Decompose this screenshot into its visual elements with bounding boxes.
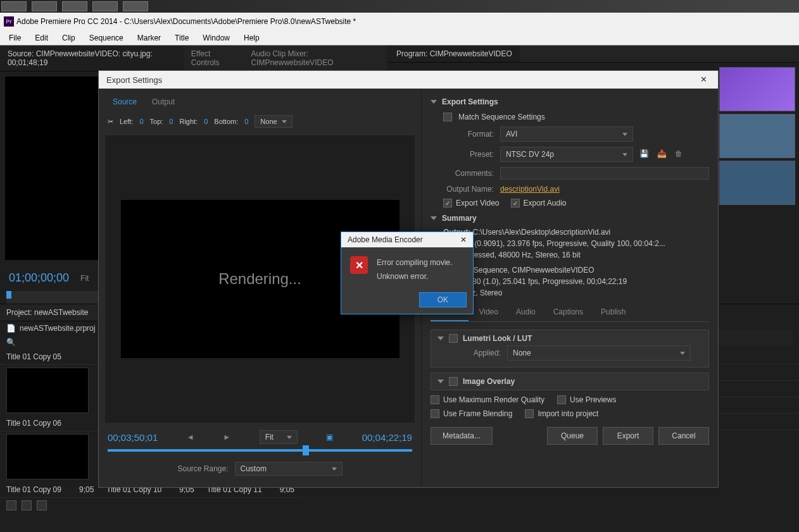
- cancel-button[interactable]: Cancel: [658, 427, 709, 445]
- export-out-timecode[interactable]: 00;04;22;19: [362, 432, 412, 443]
- overlay-checkbox[interactable]: [449, 377, 458, 386]
- delete-preset-icon[interactable]: 🗑: [675, 149, 686, 159]
- list-view-icon[interactable]: [6, 500, 16, 510]
- max-quality-checkbox[interactable]: [431, 395, 439, 404]
- step-fwd-icon[interactable]: ►: [223, 433, 230, 442]
- effect-controls-tab[interactable]: Effect Controls: [184, 46, 244, 71]
- twirl-icon[interactable]: [431, 100, 437, 104]
- window-titlebar: Pr Adobe Premiere Pro CC 2014 - C:\Users…: [0, 13, 799, 30]
- export-button[interactable]: Export: [603, 427, 653, 445]
- comments-input[interactable]: [500, 167, 709, 180]
- import-preset-icon[interactable]: 📥: [657, 149, 669, 159]
- error-dialog: Adobe Media Encoder ✕ ✕ Error compiling …: [341, 232, 474, 314]
- main-menubar: File Edit Clip Sequence Marker Title Win…: [0, 30, 799, 46]
- output-name-link[interactable]: descriptionVid.avi: [500, 185, 560, 194]
- format-value: AVI: [506, 130, 517, 139]
- audio-tab[interactable]: Audio: [508, 304, 543, 321]
- program-tab[interactable]: Program: CIMPnewwebsiteVIDEO: [389, 46, 520, 62]
- menu-sequence[interactable]: Sequence: [83, 32, 130, 44]
- error-titlebar[interactable]: Adobe Media Encoder ✕: [341, 232, 473, 247]
- audio-mixer-tab[interactable]: Audio Clip Mixer: CIMPnewwebsiteVIDEO: [243, 46, 386, 71]
- source-range-label: Source Range:: [177, 464, 228, 473]
- source-tab[interactable]: Source: CIMPnewwebsiteVIDEO: cityu.jpg: …: [0, 46, 184, 71]
- source-range-value: Custom: [241, 464, 267, 473]
- icon-view-icon[interactable]: [22, 500, 32, 510]
- crop-top-value[interactable]: 0: [169, 118, 173, 125]
- taskbar-app-icon[interactable]: [32, 1, 57, 11]
- source-range-dropdown[interactable]: Custom: [235, 462, 343, 476]
- crop-bottom-label: Bottom:: [214, 118, 238, 125]
- export-source-tab[interactable]: Source: [105, 94, 144, 110]
- aspect-correction-icon[interactable]: ▣: [326, 433, 333, 442]
- export-video-checkbox[interactable]: ✓: [443, 199, 452, 207]
- menu-window[interactable]: Window: [196, 32, 236, 44]
- crop-right-value[interactable]: 0: [204, 118, 208, 125]
- source-zoom-fit[interactable]: Fit: [78, 274, 91, 283]
- taskbar-app-icon[interactable]: [1, 1, 27, 11]
- applied-dropdown[interactable]: None: [507, 345, 691, 361]
- project-clip-item[interactable]: Title 01 Copy 09 9;05: [0, 482, 100, 498]
- clip-thumbnail[interactable]: [6, 434, 89, 479]
- match-sequence-label: Match Sequence Settings: [458, 113, 545, 121]
- program-thumbnails: [717, 65, 799, 207]
- search-icon[interactable]: 🔍: [6, 338, 16, 347]
- program-thumb: [719, 161, 795, 205]
- captions-tab[interactable]: Captions: [546, 304, 591, 321]
- menu-help[interactable]: Help: [237, 32, 266, 44]
- export-in-timecode[interactable]: 00;03;50;01: [108, 432, 158, 443]
- error-icon: ✕: [350, 256, 368, 274]
- source-playhead[interactable]: [6, 291, 11, 299]
- twirl-icon[interactable]: [437, 380, 444, 383]
- max-quality-label: Use Maximum Render Quality: [443, 395, 544, 404]
- menu-title[interactable]: Title: [168, 32, 195, 44]
- export-settings-header: Export Settings: [442, 97, 498, 106]
- preset-dropdown[interactable]: NTSC DV 24p: [500, 147, 633, 162]
- crop-aspect-dropdown[interactable]: None: [255, 115, 293, 128]
- clip-thumbnail[interactable]: [6, 368, 89, 413]
- import-project-checkbox[interactable]: [525, 409, 534, 418]
- metadata-button[interactable]: Metadata...: [431, 427, 493, 445]
- taskbar-app-icon[interactable]: [123, 1, 148, 11]
- export-audio-checkbox[interactable]: ✓: [511, 199, 520, 207]
- publish-tab[interactable]: Publish: [593, 304, 633, 321]
- twirl-icon[interactable]: [437, 337, 444, 340]
- crop-icon[interactable]: ✂: [108, 118, 113, 126]
- video-tab[interactable]: Video: [471, 304, 505, 321]
- crop-left-value[interactable]: 0: [139, 118, 143, 125]
- export-zoom-dropdown[interactable]: Fit: [260, 430, 298, 444]
- lumetri-checkbox[interactable]: [449, 334, 458, 343]
- menu-marker[interactable]: Marker: [131, 32, 167, 44]
- menu-file[interactable]: File: [3, 32, 27, 44]
- lumetri-label: Lumetri Look / LUT: [463, 334, 532, 343]
- export-output-tab[interactable]: Output: [144, 94, 182, 110]
- export-playhead[interactable]: [303, 445, 309, 455]
- source-timecode[interactable]: 01;00;00;00: [0, 265, 78, 291]
- preset-label: Preset:: [431, 150, 494, 159]
- save-preset-icon[interactable]: 💾: [639, 149, 651, 159]
- step-back-icon[interactable]: ◄: [187, 433, 194, 442]
- twirl-icon[interactable]: [431, 216, 437, 220]
- close-icon[interactable]: ✕: [700, 75, 710, 85]
- error-ok-button[interactable]: OK: [419, 292, 467, 307]
- project-view-tools: [0, 498, 301, 513]
- clip-name: Title 01 Copy 09: [6, 485, 61, 494]
- frame-blending-checkbox[interactable]: [431, 409, 439, 418]
- export-dialog-titlebar[interactable]: Export Settings ✕: [99, 71, 718, 89]
- freeform-view-icon[interactable]: [37, 500, 47, 510]
- taskbar-app-icon[interactable]: [92, 1, 118, 11]
- queue-button[interactable]: Queue: [547, 427, 598, 445]
- crop-top-label: Top:: [150, 118, 163, 125]
- menu-clip[interactable]: Clip: [56, 32, 82, 44]
- crop-bottom-value[interactable]: 0: [244, 118, 248, 125]
- taskbar-app-icon[interactable]: [62, 1, 87, 11]
- applied-value: None: [513, 349, 531, 357]
- format-dropdown[interactable]: AVI: [500, 127, 633, 142]
- match-sequence-checkbox[interactable]: [443, 113, 452, 121]
- clip-duration: 9;05: [79, 485, 94, 494]
- close-icon[interactable]: ✕: [460, 235, 467, 244]
- export-range-bar[interactable]: [108, 449, 412, 452]
- menu-edit[interactable]: Edit: [28, 32, 54, 44]
- use-previews-checkbox[interactable]: [557, 395, 566, 404]
- premiere-app-icon: Pr: [4, 16, 14, 27]
- export-audio-label: Export Audio: [524, 199, 567, 207]
